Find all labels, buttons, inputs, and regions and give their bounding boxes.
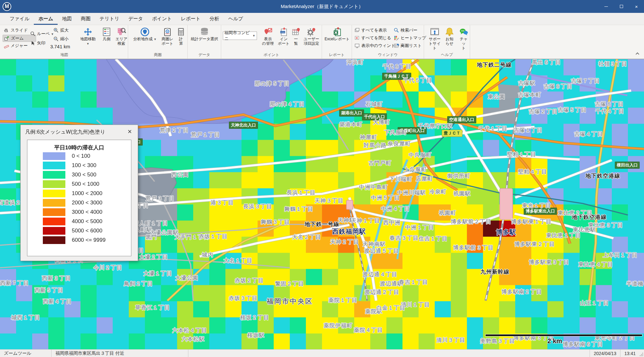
zoom-out-button[interactable]: 縮小 [52,36,75,42]
place-label: 福岡市中央区 [267,297,313,306]
road-exit-label: 豊ＪＣＴ [442,130,462,137]
place-label: 天神３丁目 [315,197,344,204]
tab-data[interactable]: データ [124,13,148,25]
current-windows-button[interactable]: 表示中のウィンドウ ▼ [353,42,393,49]
point-list-button[interactable]: 一覧 [291,26,301,51]
road-exit-label: 築港出入口 [339,109,364,117]
trade-area-report-button[interactable]: 商圏レポート [160,26,175,51]
support-site-button[interactable]: サポートサイト [427,26,442,51]
legend-range-label: 4000 < 5000 [72,218,102,225]
zoom-in-button[interactable]: 拡大 [52,27,75,33]
place-label: 大濠２丁目 [139,253,168,261]
area-search-button[interactable]: エリア検索 [114,26,129,51]
ruler-icon [4,43,9,49]
place-label: 中洲中島町 [359,183,388,191]
place-label: 中洲１丁目 [405,224,434,231]
place-label: 六本松駅 [182,335,205,343]
notice-button[interactable]: お知らせ [443,26,456,51]
zoom-out-icon [53,36,59,42]
minimize-button[interactable] [599,0,614,13]
tab-help[interactable]: ヘルプ [224,13,248,25]
button-label: ユーザー項目設定 [304,37,319,46]
zoom-select-icon [4,35,10,41]
resize-grip[interactable] [639,350,644,357]
button-label: 分析地作成 ▼ [133,37,156,42]
map-viewport[interactable]: 西公園出入口天神北出入口築港出入口千鳥橋ＪＣＴ千代出入口呉服町出入口空港通出入口… [0,59,644,349]
hakata-station-building [500,189,513,220]
map-scale-readout: 3.741 km [50,44,77,49]
tab-report[interactable]: レポート [176,13,205,25]
status-time: 13:41 [620,350,639,357]
statistics-data-select-button[interactable]: 統計データ選択 [188,26,221,51]
window-title: MarketAnalyzer（新規ドキュメント） [0,4,644,10]
import-button[interactable]: CSVインポート [277,26,291,51]
legend-range-label: 2000 < 3000 [72,200,102,206]
legend-swatch [43,236,65,244]
place-label: 警固２丁目 [275,280,304,287]
user-field-settings-button[interactable]: ユーザー項目設定 [301,26,322,51]
trade-area-list-button[interactable]: 商圏リスト [393,42,423,49]
collapse-ribbon-button[interactable] [635,52,641,56]
arrow-tool-button[interactable]: 矢印 [29,40,52,46]
maximize-button[interactable] [614,0,629,13]
close-button[interactable]: × [629,0,644,13]
status-bar: ズームツール 福岡県福岡市東区馬出３丁目 付近 2024/04/13 13:41 [0,349,644,357]
support-icon [430,27,440,37]
move-map-button[interactable]: 地図移動 ▼ [77,26,99,51]
place-label: 那の津４丁目 [270,100,305,108]
tab-home[interactable]: ホーム [34,13,58,25]
place-label: 草香江１丁目 [135,304,170,311]
place-label: 古門戸町 [368,159,392,167]
button-label: 凡例 [103,37,110,42]
excel-report-button[interactable]: Excelレポート [323,26,352,51]
tab-map[interactable]: 地図 [58,13,76,25]
place-label: 冷泉町 [429,188,447,195]
button-label: 表示の管理 [262,37,274,46]
place-label: 渡辺通２丁目 [365,288,399,296]
ribbon-group-label: ヘルプ [424,52,470,58]
place-label: 上呉服町 [404,166,427,173]
place-label: 天神２丁目 [330,238,359,246]
button-label: お知らせ [446,37,454,46]
close-all-windows-button[interactable]: すべてを閉じる [353,35,392,41]
tab-territory[interactable]: テリトリ [95,13,124,25]
bell-icon [445,27,454,37]
status-date: 2024/04/13 [590,350,620,357]
show-all-windows-button[interactable]: すべてを表示 [353,27,392,33]
legend-window[interactable]: 凡例:6次メッシュW(北九州)色塗り × 平日10時の滞在人口 0 < 1001… [20,125,138,261]
tab-point[interactable]: ポイント [147,13,176,25]
search-bar-button[interactable]: 検索バー [393,27,423,33]
ribbon-group-label: ウィンドウ [352,52,424,58]
tab-trade-area[interactable]: 商圏 [76,13,95,25]
legend-range-label: 1000 < 2000 [72,190,102,197]
place-label: 博多駅東１丁目 [511,218,552,225]
place-label: 大濠公園 [175,274,198,282]
rail-line-label: 地下鉄空港線 [585,172,620,180]
ribbon-group-label: 地図 [1,52,128,58]
chat-button[interactable]: チャット [457,26,470,51]
place-label: 西新４丁目 [43,298,72,305]
display-manage-button[interactable]: 表示の管理 [260,26,276,51]
place-label: 荒戸１丁目 [191,131,220,138]
place-label: 東比恵駅 [573,226,596,233]
heatmap-button[interactable]: ヒートマップ [393,35,423,41]
tab-analysis[interactable]: 分析 [205,13,224,25]
button-label: 統計データ選択 [191,37,218,42]
calculate-button[interactable]: 計算 [175,26,187,51]
place-label: 祇園駅 [453,190,471,197]
close-icon[interactable]: × [126,127,134,136]
button-label: 計算 [179,37,183,46]
place-label: 赤坂１丁目 [199,233,228,240]
loupe-button[interactable]: ルーペ ▼ [29,31,52,37]
point-layer-select[interactable]: 福岡市コンビニ▼ [223,32,257,40]
place-label: 祇園町 [439,209,456,217]
tab-file[interactable]: ファイル [5,13,34,25]
place-label: 下川端町 [389,175,412,183]
button-label: スライド [11,27,28,33]
create-analysis-site-button[interactable]: 分析地作成 ▼ [131,26,159,51]
legend-button[interactable]: 凡例 [99,26,114,51]
place-label: 西新７丁目 [0,279,29,287]
clipboard-icon [163,27,172,37]
legend-range-label: 3000 < 4000 [72,209,102,215]
place-label: 天神１丁目 [351,217,380,224]
